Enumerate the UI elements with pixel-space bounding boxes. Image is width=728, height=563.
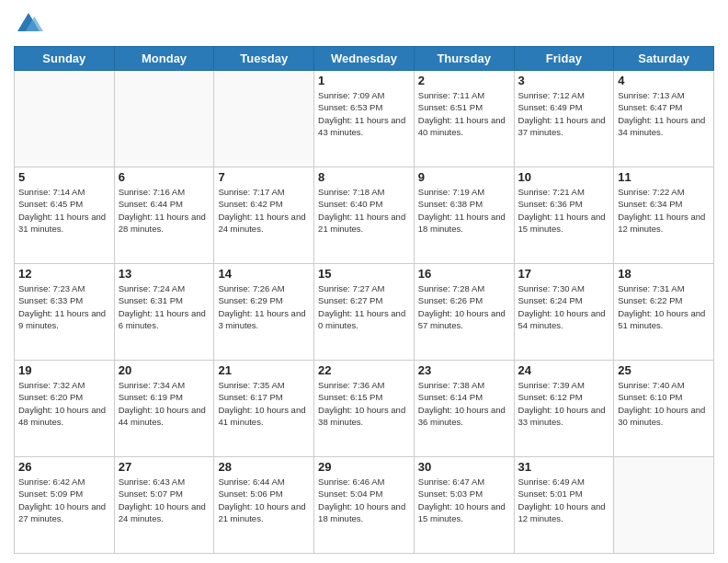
- day-cell: 12Sunrise: 7:23 AMSunset: 6:33 PMDayligh…: [15, 264, 115, 361]
- day-info: Sunrise: 7:12 AMSunset: 6:49 PMDaylight:…: [518, 89, 610, 138]
- day-number: 8: [318, 170, 410, 184]
- day-info: Sunrise: 6:49 AMSunset: 5:01 PMDaylight:…: [518, 476, 610, 524]
- day-info: Sunrise: 7:38 AMSunset: 6:14 PMDaylight:…: [418, 379, 510, 428]
- day-number: 16: [418, 267, 510, 281]
- weekday-header-friday: Friday: [514, 47, 614, 71]
- day-cell: 30Sunrise: 6:47 AMSunset: 5:03 PMDayligh…: [414, 457, 514, 554]
- week-row-2: 5Sunrise: 7:14 AMSunset: 6:45 PMDaylight…: [15, 167, 714, 264]
- day-number: 11: [618, 170, 710, 184]
- day-info: Sunrise: 7:36 AMSunset: 6:15 PMDaylight:…: [318, 379, 410, 428]
- day-cell: 15Sunrise: 7:27 AMSunset: 6:27 PMDayligh…: [314, 264, 415, 361]
- day-number: 3: [518, 74, 610, 87]
- day-cell: 18Sunrise: 7:31 AMSunset: 6:22 PMDayligh…: [614, 264, 714, 361]
- day-number: 7: [218, 170, 310, 184]
- logo: [14, 9, 47, 39]
- day-number: 26: [18, 460, 110, 474]
- day-number: 22: [318, 363, 410, 377]
- day-info: Sunrise: 7:17 AMSunset: 6:42 PMDaylight:…: [218, 186, 310, 235]
- day-info: Sunrise: 7:30 AMSunset: 6:24 PMDaylight:…: [518, 282, 610, 331]
- day-info: Sunrise: 7:28 AMSunset: 6:26 PMDaylight:…: [418, 282, 510, 331]
- logo-icon: [14, 9, 43, 39]
- week-row-4: 19Sunrise: 7:32 AMSunset: 6:20 PMDayligh…: [15, 361, 714, 457]
- day-info: Sunrise: 6:44 AMSunset: 5:06 PMDaylight:…: [218, 476, 310, 524]
- day-number: 5: [18, 170, 110, 184]
- day-cell: 13Sunrise: 7:24 AMSunset: 6:31 PMDayligh…: [114, 264, 214, 361]
- day-cell: [614, 457, 714, 554]
- day-info: Sunrise: 7:35 AMSunset: 6:17 PMDaylight:…: [218, 379, 310, 428]
- day-number: 4: [618, 74, 710, 87]
- day-info: Sunrise: 7:13 AMSunset: 6:47 PMDaylight:…: [618, 89, 710, 138]
- day-info: Sunrise: 6:42 AMSunset: 5:09 PMDaylight:…: [18, 476, 110, 524]
- day-info: Sunrise: 7:34 AMSunset: 6:19 PMDaylight:…: [119, 379, 210, 428]
- weekday-header-monday: Monday: [114, 47, 214, 71]
- day-info: Sunrise: 7:27 AMSunset: 6:27 PMDaylight:…: [318, 282, 410, 331]
- day-number: 9: [418, 170, 510, 184]
- weekday-header-row: SundayMondayTuesdayWednesdayThursdayFrid…: [15, 47, 714, 71]
- day-number: 10: [518, 170, 610, 184]
- day-cell: 20Sunrise: 7:34 AMSunset: 6:19 PMDayligh…: [114, 361, 214, 457]
- day-info: Sunrise: 7:16 AMSunset: 6:44 PMDaylight:…: [119, 186, 210, 235]
- page: SundayMondayTuesdayWednesdayThursdayFrid…: [0, 0, 728, 563]
- day-cell: 3Sunrise: 7:12 AMSunset: 6:49 PMDaylight…: [514, 71, 614, 167]
- day-number: 31: [518, 460, 610, 474]
- day-number: 23: [418, 363, 510, 377]
- day-number: 19: [18, 363, 110, 377]
- day-number: 13: [119, 267, 210, 281]
- day-cell: [114, 71, 214, 167]
- day-number: 21: [218, 363, 310, 377]
- day-info: Sunrise: 7:31 AMSunset: 6:22 PMDaylight:…: [618, 282, 710, 331]
- day-cell: 6Sunrise: 7:16 AMSunset: 6:44 PMDaylight…: [114, 167, 214, 264]
- day-number: 29: [318, 460, 410, 474]
- day-info: Sunrise: 7:32 AMSunset: 6:20 PMDaylight:…: [18, 379, 110, 428]
- day-info: Sunrise: 7:09 AMSunset: 6:53 PMDaylight:…: [318, 89, 410, 138]
- day-cell: 23Sunrise: 7:38 AMSunset: 6:14 PMDayligh…: [414, 361, 514, 457]
- day-info: Sunrise: 7:40 AMSunset: 6:10 PMDaylight:…: [618, 379, 710, 428]
- day-cell: [15, 71, 115, 167]
- day-number: 17: [518, 267, 610, 281]
- day-info: Sunrise: 7:22 AMSunset: 6:34 PMDaylight:…: [618, 186, 710, 235]
- day-cell: 28Sunrise: 6:44 AMSunset: 5:06 PMDayligh…: [214, 457, 314, 554]
- day-info: Sunrise: 7:23 AMSunset: 6:33 PMDaylight:…: [18, 282, 110, 331]
- day-number: 24: [518, 363, 610, 377]
- day-info: Sunrise: 7:26 AMSunset: 6:29 PMDaylight:…: [218, 282, 310, 331]
- weekday-header-thursday: Thursday: [414, 47, 514, 71]
- week-row-5: 26Sunrise: 6:42 AMSunset: 5:09 PMDayligh…: [15, 457, 714, 554]
- day-number: 1: [318, 74, 410, 87]
- day-number: 2: [418, 74, 510, 87]
- day-cell: 31Sunrise: 6:49 AMSunset: 5:01 PMDayligh…: [514, 457, 614, 554]
- day-info: Sunrise: 7:24 AMSunset: 6:31 PMDaylight:…: [119, 282, 210, 331]
- day-number: 25: [618, 363, 710, 377]
- day-number: 18: [618, 267, 710, 281]
- day-cell: 10Sunrise: 7:21 AMSunset: 6:36 PMDayligh…: [514, 167, 614, 264]
- day-cell: 9Sunrise: 7:19 AMSunset: 6:38 PMDaylight…: [414, 167, 514, 264]
- weekday-header-sunday: Sunday: [15, 47, 115, 71]
- day-cell: 1Sunrise: 7:09 AMSunset: 6:53 PMDaylight…: [314, 71, 415, 167]
- day-cell: 8Sunrise: 7:18 AMSunset: 6:40 PMDaylight…: [314, 167, 415, 264]
- day-number: 20: [119, 363, 210, 377]
- day-cell: 16Sunrise: 7:28 AMSunset: 6:26 PMDayligh…: [414, 264, 514, 361]
- day-cell: 22Sunrise: 7:36 AMSunset: 6:15 PMDayligh…: [314, 361, 415, 457]
- calendar-table: SundayMondayTuesdayWednesdayThursdayFrid…: [14, 46, 714, 554]
- day-cell: 29Sunrise: 6:46 AMSunset: 5:04 PMDayligh…: [314, 457, 415, 554]
- day-cell: 2Sunrise: 7:11 AMSunset: 6:51 PMDaylight…: [414, 71, 514, 167]
- week-row-1: 1Sunrise: 7:09 AMSunset: 6:53 PMDaylight…: [15, 71, 714, 167]
- day-info: Sunrise: 7:14 AMSunset: 6:45 PMDaylight:…: [18, 186, 110, 235]
- day-cell: 21Sunrise: 7:35 AMSunset: 6:17 PMDayligh…: [214, 361, 314, 457]
- day-cell: 27Sunrise: 6:43 AMSunset: 5:07 PMDayligh…: [114, 457, 214, 554]
- day-info: Sunrise: 6:47 AMSunset: 5:03 PMDaylight:…: [418, 476, 510, 524]
- header: [14, 9, 714, 39]
- day-cell: 26Sunrise: 6:42 AMSunset: 5:09 PMDayligh…: [15, 457, 115, 554]
- day-cell: 24Sunrise: 7:39 AMSunset: 6:12 PMDayligh…: [514, 361, 614, 457]
- day-cell: 7Sunrise: 7:17 AMSunset: 6:42 PMDaylight…: [214, 167, 314, 264]
- day-cell: 11Sunrise: 7:22 AMSunset: 6:34 PMDayligh…: [614, 167, 714, 264]
- day-number: 6: [119, 170, 210, 184]
- day-cell: 17Sunrise: 7:30 AMSunset: 6:24 PMDayligh…: [514, 264, 614, 361]
- day-number: 30: [418, 460, 510, 474]
- day-info: Sunrise: 7:19 AMSunset: 6:38 PMDaylight:…: [418, 186, 510, 235]
- week-row-3: 12Sunrise: 7:23 AMSunset: 6:33 PMDayligh…: [15, 264, 714, 361]
- weekday-header-tuesday: Tuesday: [214, 47, 314, 71]
- day-number: 28: [218, 460, 310, 474]
- day-info: Sunrise: 7:21 AMSunset: 6:36 PMDaylight:…: [518, 186, 610, 235]
- day-cell: 5Sunrise: 7:14 AMSunset: 6:45 PMDaylight…: [15, 167, 115, 264]
- day-cell: 19Sunrise: 7:32 AMSunset: 6:20 PMDayligh…: [15, 361, 115, 457]
